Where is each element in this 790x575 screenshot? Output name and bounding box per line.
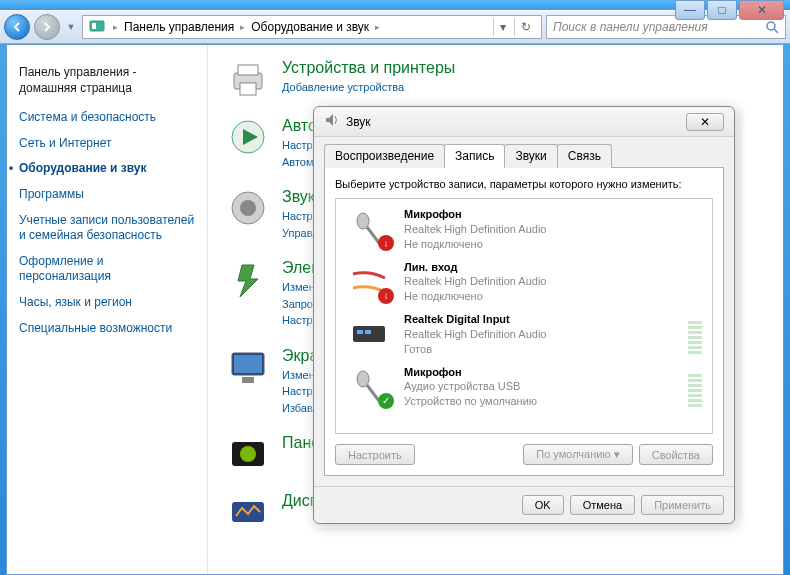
device-driver: Realtek High Definition Audio (404, 222, 702, 237)
device-driver: Realtek High Definition Audio (404, 274, 702, 289)
status-badge-disconnected: ↓ (378, 288, 394, 304)
nav-history-dropdown[interactable]: ▼ (64, 14, 78, 40)
minimize-button[interactable]: — (675, 0, 705, 20)
search-icon (765, 20, 779, 34)
nvidia-icon (228, 434, 268, 474)
close-button[interactable]: ✕ (739, 0, 784, 20)
device-name: Realtek Digital Input (404, 312, 676, 327)
monitor-icon (228, 347, 268, 387)
realtek-icon (228, 492, 268, 532)
window-titlebar: — □ ✕ (0, 0, 790, 10)
device-item[interactable]: ✓ Микрофон Аудио устройства USB Устройст… (336, 361, 712, 414)
svg-rect-5 (238, 65, 258, 75)
navigation-bar: ▼ ▸ Панель управления ▸ Оборудование и з… (0, 10, 790, 44)
sidebar-header: Панель управления - домашняя страница (19, 65, 195, 96)
device-list[interactable]: ↓ Микрофон Realtek High Definition Audio… (335, 198, 713, 434)
forward-button[interactable] (34, 14, 60, 40)
address-bar[interactable]: ▸ Панель управления ▸ Оборудование и зву… (82, 15, 542, 39)
svg-point-23 (357, 371, 369, 387)
line-in-icon: ↓ (346, 262, 392, 302)
tab-panel-recording: Выберите устройство записи, параметры ко… (324, 168, 724, 476)
device-status: Не подключено (404, 237, 702, 252)
apply-button[interactable]: Применить (641, 495, 724, 515)
breadcrumb-hardware-sound[interactable]: Оборудование и звук (251, 20, 369, 34)
microphone-icon: ↓ (346, 209, 392, 249)
properties-button[interactable]: Свойства (639, 444, 713, 465)
device-driver: Аудио устройства USB (404, 379, 676, 394)
dialog-title-text: Звук (346, 115, 371, 129)
sidebar-item-ease[interactable]: Специальные возможности (19, 321, 195, 337)
svg-rect-22 (365, 330, 371, 334)
svg-point-18 (357, 213, 369, 229)
autoplay-icon (228, 117, 268, 157)
sound-dialog: Звук ✕ Воспроизведение Запись Звуки Связ… (313, 106, 735, 524)
configure-button[interactable]: Настроить (335, 444, 415, 465)
cancel-button[interactable]: Отмена (570, 495, 635, 515)
svg-rect-1 (92, 23, 96, 29)
device-name: Микрофон (404, 365, 676, 380)
svg-marker-17 (326, 114, 333, 126)
sidebar-item-system[interactable]: Система и безопасность (19, 110, 195, 126)
control-panel-icon (87, 18, 107, 37)
svg-point-2 (767, 22, 775, 30)
sidebar-item-appearance[interactable]: Оформление и персонализация (19, 254, 195, 285)
device-item[interactable]: Realtek Digital Input Realtek High Defin… (336, 308, 712, 361)
svg-rect-21 (357, 330, 363, 334)
tab-sounds[interactable]: Звуки (504, 144, 557, 168)
category-devices-printers: Устройства и принтеры Добавление устройс… (228, 59, 763, 99)
dialog-titlebar[interactable]: Звук ✕ (314, 107, 734, 137)
sidebar-item-clock[interactable]: Часы, язык и регион (19, 295, 195, 311)
set-default-button[interactable]: По умолчанию ▾ (523, 444, 632, 465)
sidebar-item-network[interactable]: Сеть и Интернет (19, 136, 195, 152)
tab-communications[interactable]: Связь (557, 144, 612, 168)
refresh-button[interactable]: ↻ (514, 18, 537, 36)
sidebar-item-accounts[interactable]: Учетные записи пользователей и семейная … (19, 213, 195, 244)
breadcrumb-control-panel[interactable]: Панель управления (124, 20, 234, 34)
category-title[interactable]: Устройства и принтеры (282, 59, 455, 77)
digital-input-icon (346, 314, 392, 354)
svg-rect-6 (240, 83, 256, 95)
address-dropdown[interactable]: ▾ (493, 18, 512, 36)
back-button[interactable] (4, 14, 30, 40)
sidebar: Панель управления - домашняя страница Си… (7, 45, 207, 574)
device-driver: Realtek High Definition Audio (404, 327, 676, 342)
search-placeholder: Поиск в панели управления (553, 20, 708, 34)
svg-line-3 (774, 29, 778, 33)
tab-recording[interactable]: Запись (444, 144, 505, 168)
svg-point-10 (240, 200, 256, 216)
ok-button[interactable]: OK (522, 495, 564, 515)
instruction-text: Выберите устройство записи, параметры ко… (335, 178, 713, 190)
device-item[interactable]: ↓ Микрофон Realtek High Definition Audio… (336, 203, 712, 256)
chevron-right-icon: ▸ (375, 22, 380, 32)
printer-icon (228, 59, 268, 99)
status-badge-disconnected: ↓ (378, 235, 394, 251)
chevron-right-icon: ▸ (113, 22, 118, 32)
category-link[interactable]: Добавление устройства (282, 81, 404, 93)
tabs: Воспроизведение Запись Звуки Связь (324, 143, 724, 168)
dialog-close-button[interactable]: ✕ (686, 113, 724, 131)
svg-point-15 (240, 446, 256, 462)
maximize-button[interactable]: □ (707, 0, 737, 20)
speaker-icon (228, 188, 268, 228)
device-status: Не подключено (404, 289, 702, 304)
device-name: Лин. вход (404, 260, 702, 275)
tab-playback[interactable]: Воспроизведение (324, 144, 445, 168)
power-icon (228, 259, 268, 299)
device-item[interactable]: ↓ Лин. вход Realtek High Definition Audi… (336, 256, 712, 309)
sound-dialog-icon (324, 112, 340, 131)
svg-rect-12 (234, 355, 262, 373)
status-badge-default: ✓ (378, 393, 394, 409)
device-status: Готов (404, 342, 676, 357)
chevron-right-icon: ▸ (240, 22, 245, 32)
sidebar-item-programs[interactable]: Программы (19, 187, 195, 203)
vu-meter (688, 367, 702, 407)
svg-rect-13 (242, 377, 254, 383)
sidebar-item-hardware[interactable]: Оборудование и звук (19, 161, 195, 177)
vu-meter (688, 314, 702, 354)
device-status: Устройство по умолчанию (404, 394, 676, 409)
device-name: Микрофон (404, 207, 702, 222)
microphone-icon: ✓ (346, 367, 392, 407)
